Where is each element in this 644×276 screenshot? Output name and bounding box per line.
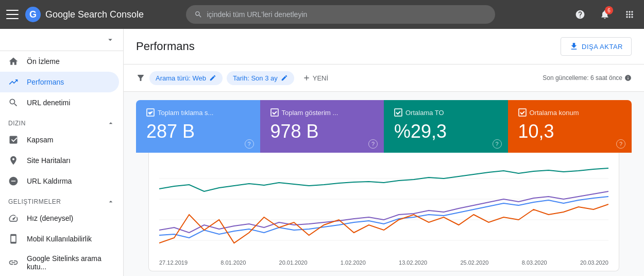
metric-label-clicks: Toplam tıklama s... xyxy=(158,109,213,117)
chevron-down-icon xyxy=(106,35,115,44)
brand-name: Google Search Console xyxy=(45,9,144,20)
edit-icon xyxy=(281,74,288,82)
sidebar-item-sitelinks[interactable]: Google Sitelinks arama kutu... xyxy=(0,249,119,276)
sidebar-item-label: URL denetimi xyxy=(27,99,70,107)
filter-icon xyxy=(136,73,145,83)
metric-checkbox-position[interactable] xyxy=(518,108,527,117)
x-label: 8.03.2020 xyxy=(522,259,547,266)
metric-card-ctr[interactable]: Ortalama TO %29,3 ? xyxy=(384,100,508,153)
metric-help-clicks[interactable]: ? xyxy=(245,139,254,149)
sidebar-item-label: Mobil Kullanılabilirlik xyxy=(27,235,92,243)
date-filter[interactable]: Tarih: Son 3 ay xyxy=(227,71,294,85)
collapse-icon[interactable] xyxy=(107,198,115,206)
sitemap-icon xyxy=(8,155,19,166)
sidebar-item-url-denetimi[interactable]: URL denetimi xyxy=(0,92,119,113)
x-label: 20.01.2020 xyxy=(279,259,308,266)
metrics-cards: Toplam tıklama s... 287 B ? Toplam göste… xyxy=(136,100,632,153)
sidebar-item-kapsam[interactable]: Kapsam xyxy=(0,129,119,150)
metric-header-ctr: Ortalama TO xyxy=(394,108,498,117)
add-filter-button[interactable]: YENİ xyxy=(298,71,332,85)
sidebar: Ön İzleme Performans URL denetimi Dizin … xyxy=(0,29,124,276)
home-icon xyxy=(8,56,19,67)
apps-button[interactable] xyxy=(621,6,638,23)
speed-icon xyxy=(8,213,19,223)
export-button[interactable]: DIŞA AKTAR xyxy=(561,37,632,56)
help-button[interactable] xyxy=(572,6,588,23)
gelistirmeler-section-header: Geliştirmeler xyxy=(0,191,123,208)
sidebar-item-url-kaldirma[interactable]: URL Kaldırma xyxy=(0,171,119,191)
svg-text:G: G xyxy=(29,9,37,20)
metric-value-clicks: 287 B xyxy=(146,121,250,142)
sidebar-item-label: Ön İzleme xyxy=(27,57,60,66)
search-bar[interactable] xyxy=(186,5,495,24)
metric-help-impressions[interactable]: ? xyxy=(368,139,378,149)
metric-help-position[interactable]: ? xyxy=(616,139,625,149)
last-update: Son güncelleme: 6 saat önce xyxy=(543,74,632,82)
metric-card-clicks[interactable]: Toplam tıklama s... 287 B ? xyxy=(136,100,260,153)
remove-icon xyxy=(8,176,19,186)
brand: G Google Search Console xyxy=(25,6,144,23)
sidebar-item-hiz[interactable]: Hız (deneysel) xyxy=(0,208,119,229)
metric-checkbox-clicks[interactable] xyxy=(146,108,155,117)
notifications-button[interactable]: 6 xyxy=(597,6,613,23)
x-label: 13.02.2020 xyxy=(399,259,427,266)
metric-checkbox-ctr[interactable] xyxy=(394,108,402,117)
search-icon xyxy=(194,10,202,19)
metrics-section: Toplam tıklama s... 287 B ? Toplam göste… xyxy=(124,92,644,271)
x-label: 27.12.2019 xyxy=(159,259,188,266)
content-area: Performans DIŞA AKTAR Arama türü: Web Ta… xyxy=(124,29,644,276)
x-label: 25.02.2020 xyxy=(460,259,488,266)
metric-checkbox-impressions[interactable] xyxy=(270,108,279,117)
metric-label-position: Ortalama konum xyxy=(530,109,579,117)
download-icon xyxy=(569,42,579,51)
search-type-filter[interactable]: Arama türü: Web xyxy=(149,71,223,85)
sidebar-item-label: Performans xyxy=(27,78,64,86)
topbar-right: 6 xyxy=(572,6,638,23)
metric-header-impressions: Toplam gösterim ... xyxy=(270,108,374,117)
page-header: Performans DIŞA AKTAR xyxy=(124,29,644,64)
notification-badge: 6 xyxy=(605,6,613,14)
page-title: Performans xyxy=(136,40,195,53)
sidebar-item-mobil[interactable]: Mobil Kullanılabilirlik xyxy=(0,229,119,249)
chart-container: 27.12.2019 8.01.2020 20.01.2020 1.02.202… xyxy=(148,153,619,271)
sidebar-item-label: Kapsam xyxy=(27,136,53,144)
search-input[interactable] xyxy=(207,10,487,19)
metric-card-position[interactable]: Ortalama konum 10,3 ? xyxy=(508,100,632,153)
property-selector[interactable] xyxy=(0,29,123,51)
trend-icon xyxy=(8,77,19,87)
sidebar-item-site-haritalari[interactable]: Site Haritaları xyxy=(0,150,119,171)
sidebar-item-label: Hız (deneysel) xyxy=(27,214,73,222)
metric-value-impressions: 978 B xyxy=(270,121,374,142)
mobile-icon xyxy=(8,234,19,244)
sidebar-item-on-izleme[interactable]: Ön İzleme xyxy=(0,51,119,72)
metric-card-impressions[interactable]: Toplam gösterim ... 978 B ? xyxy=(260,100,384,153)
metric-header-position: Ortalama konum xyxy=(518,108,622,117)
metric-value-position: 10,3 xyxy=(518,121,622,142)
performance-chart xyxy=(159,163,608,256)
x-label: 1.02.2020 xyxy=(341,259,366,266)
dizin-section-header: Dizin xyxy=(0,113,123,129)
metric-header-clicks: Toplam tıklama s... xyxy=(146,108,250,117)
plus-icon xyxy=(302,74,311,82)
topbar: G Google Search Console 6 xyxy=(0,0,644,29)
x-label: 20.03.2020 xyxy=(580,259,608,266)
sitelinks-icon xyxy=(8,257,19,268)
topbar-left: G Google Search Console xyxy=(6,6,144,23)
edit-icon xyxy=(209,74,216,82)
sidebar-item-label: Google Sitelinks arama kutu... xyxy=(27,254,111,271)
metric-label-impressions: Toplam gösterim ... xyxy=(282,109,338,117)
metric-help-ctr[interactable]: ? xyxy=(493,139,502,149)
info-icon xyxy=(624,74,632,82)
sidebar-item-performans[interactable]: Performans xyxy=(0,72,119,92)
search-icon xyxy=(8,98,19,108)
main-layout: Ön İzleme Performans URL denetimi Dizin … xyxy=(0,29,644,276)
sidebar-item-label: URL Kaldırma xyxy=(27,177,72,185)
x-axis-labels: 27.12.2019 8.01.2020 20.01.2020 1.02.202… xyxy=(159,257,608,266)
metric-value-ctr: %29,3 xyxy=(394,121,498,142)
menu-icon[interactable] xyxy=(6,8,19,21)
sidebar-item-label: Site Haritaları xyxy=(27,156,71,165)
coverage-icon xyxy=(8,135,19,145)
collapse-icon[interactable] xyxy=(107,119,115,127)
x-label: 8.01.2020 xyxy=(221,259,246,266)
google-logo: G xyxy=(25,6,41,23)
